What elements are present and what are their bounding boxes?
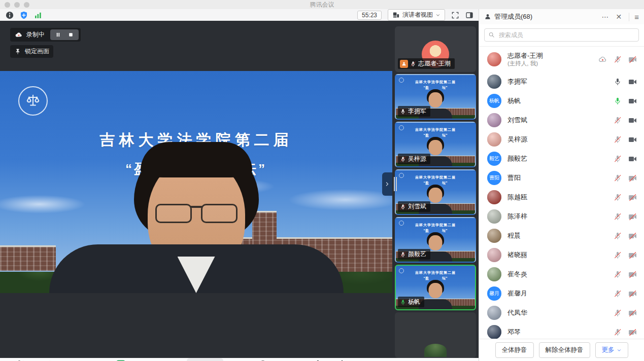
member-row[interactable]: 代凤华 [479,303,644,322]
member-list[interactable]: 志愿者-王潮 (主持人, 我) 李拥军 杨帆 杨帆 [479,46,644,339]
apps-button[interactable]: 应用 [302,358,329,361]
member-row[interactable]: 邓琴 [479,322,644,339]
mic-muted-icon[interactable] [614,251,622,259]
mic-muted-icon[interactable] [614,174,622,182]
camera-off-icon[interactable] [628,174,637,183]
mic-muted-icon[interactable] [614,135,622,143]
invite-button[interactable]: 邀请 [160,358,187,361]
participant-thumbnail-strip: 志愿者-王潮 吉林大学法学院第二届 “盈坛” 李拥军 [392,21,479,358]
start-video-button[interactable]: 开启视频 [32,358,59,361]
breakout-rooms-button[interactable]: 分组讨论 [276,358,302,361]
thumbnail-name: 吴梓源 [408,155,426,163]
member-row[interactable]: 吴梓源 [479,130,644,149]
mic-muted-icon[interactable] [614,155,622,163]
more-button[interactable]: 更多 [595,342,628,358]
view-mode-dropdown[interactable]: 演讲者视图 [388,9,445,21]
mic-muted-icon[interactable] [614,212,622,221]
thumbnail-participant[interactable]: 吉林大学法学院第二届 “盈坛” 刘雪斌 [395,169,476,215]
member-row[interactable]: 陈泽梓 [479,207,644,226]
pause-recording-button[interactable] [55,31,61,38]
member-row[interactable]: 褚晓丽 [479,245,644,265]
thumbnail-name: 志愿者-王潮 [418,59,451,68]
mic-muted-icon[interactable] [614,270,622,278]
member-row[interactable]: 陈越瓯 [479,188,644,207]
cloud-recording-icon [598,55,607,64]
panel-more-button[interactable]: ⋯ [600,13,611,21]
member-row[interactable]: 曹阳 曹阳 [479,168,644,188]
thumbnail-active-speaker[interactable]: 吉林大学法学院第二届 “盈坛” 杨帆 [395,265,476,310]
avatar [487,113,501,127]
member-row[interactable]: 程晨 [479,226,644,245]
unmute-button[interactable]: 解除静音 [6,358,32,361]
speaker-hair-fringe [141,142,252,177]
thumbnail-participant[interactable]: 吉林大学法学院第二届 “盈坛” 李拥军 [395,74,476,120]
chat-button[interactable]: 聊天 [223,358,250,361]
thumbnail-participant[interactable]: 吉林大学法学院第二届 “盈坛” 颜毅艺 [395,217,476,263]
camera-off-icon[interactable] [628,251,637,260]
collapse-strip-button[interactable] [382,172,392,196]
camera-off-icon[interactable] [628,290,637,298]
speaker-video-frame: 吉林大学法学院第二届 “盈 坛” [0,71,392,293]
manage-members-button[interactable]: 管理成员(68) [187,358,223,361]
avatar: 杨帆 [487,94,501,108]
mic-muted-icon[interactable] [614,309,622,317]
protection-shield-icon[interactable] [19,11,28,20]
camera-on-icon[interactable] [628,116,637,125]
member-row[interactable]: 杨帆 杨帆 [479,91,644,111]
stop-recording-button[interactable] [67,31,74,38]
share-screen-button[interactable]: 共享屏幕 [108,358,134,361]
panel-menu-button[interactable]: ≡ [629,13,639,21]
stop-record-button[interactable]: 结束录制 [250,358,276,361]
mic-on-icon[interactable] [614,78,622,86]
mute-all-button[interactable]: 全体静音 [495,342,534,358]
camera-off-icon[interactable] [628,193,637,202]
plant-avatar [424,344,447,357]
member-row[interactable]: 刘雪斌 [479,111,644,130]
mic-muted-icon [400,156,406,162]
avatar [487,52,501,66]
mic-active-icon[interactable] [614,97,622,105]
security-button[interactable]: 安全 [134,358,160,361]
chevron-down-icon [435,13,440,18]
network-signal-icon[interactable] [33,11,43,20]
camera-off-icon[interactable] [628,212,637,221]
meeting-info-icon[interactable] [5,11,14,20]
unmute-all-button[interactable]: 解除全体静音 [539,342,590,358]
member-name: 崔冬炎 [507,270,527,278]
member-row[interactable]: 馨月 崔馨月 [479,284,644,303]
camera-off-icon[interactable] [628,55,637,64]
recording-controls [50,29,79,40]
camera-on-icon[interactable] [628,135,637,144]
thumbnail-host[interactable]: 志愿者-王潮 [395,26,476,72]
thumbnail-name: 颜毅艺 [408,250,426,259]
camera-off-icon[interactable] [628,309,637,317]
thumbnail-participant[interactable]: 吉林大学法学院第二届 “盈坛” 吴梓源 [395,122,476,167]
strip-drag-handle[interactable] [394,177,397,191]
mic-muted-icon[interactable] [614,232,622,240]
mic-muted-icon[interactable] [614,116,622,124]
camera-off-icon[interactable] [628,270,637,279]
thumbnail-participant-partial[interactable] [395,312,476,358]
search-icon [488,31,495,38]
mic-muted-icon[interactable] [614,193,622,201]
side-panel-toggle-icon[interactable] [465,11,473,19]
member-search-input[interactable] [484,28,639,42]
fullscreen-icon[interactable] [451,11,459,19]
mic-muted-icon[interactable] [614,290,622,298]
camera-on-icon[interactable] [628,155,637,163]
member-row[interactable]: 崔冬炎 [479,265,644,284]
mic-muted-icon[interactable] [614,55,622,63]
avatar: 馨月 [487,286,501,301]
member-row-host[interactable]: 志愿者-王潮 (主持人, 我) [479,47,644,72]
camera-off-icon[interactable] [628,328,637,337]
camera-on-icon[interactable] [628,78,637,86]
thumbnail-name: 李拥军 [408,107,426,116]
settings-button[interactable]: 设置 [329,358,355,361]
member-row[interactable]: 毅艺 颜毅艺 [479,149,644,168]
mic-muted-icon[interactable] [614,328,622,336]
member-row[interactable]: 李拥军 [479,72,644,91]
lock-view-button[interactable]: 锁定画面 [10,45,53,58]
panel-close-button[interactable]: ✕ [614,13,624,21]
camera-on-icon[interactable] [628,97,637,105]
camera-off-icon[interactable] [628,232,637,240]
